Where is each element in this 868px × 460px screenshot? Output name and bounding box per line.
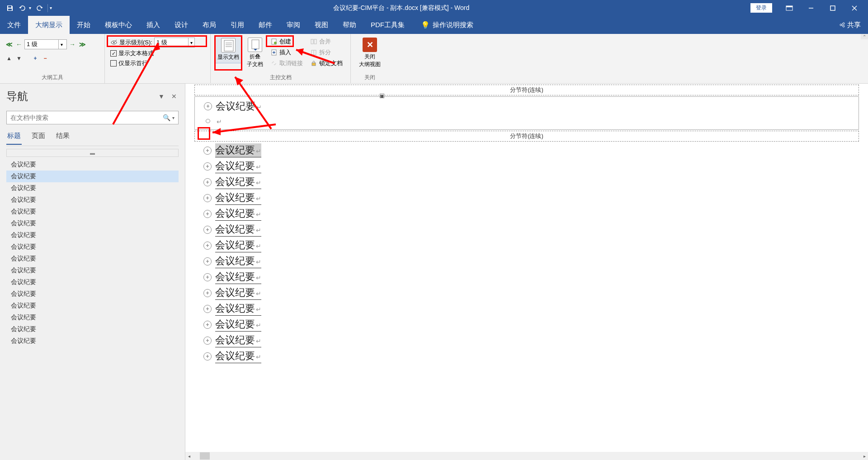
outline-heading[interactable]: 会议纪要 — [215, 254, 261, 268]
tab-file[interactable]: 文件 — [0, 16, 28, 34]
create-button[interactable]: 创建 — [269, 37, 305, 47]
collapse-ribbon-icon[interactable]: ⌃ — [861, 34, 868, 39]
nav-item[interactable]: 会议纪要 — [6, 253, 179, 265]
outline-expand-icon[interactable]: + — [203, 194, 212, 202]
expand-icon[interactable]: + — [32, 55, 39, 62]
tab-review[interactable]: 审阅 — [279, 16, 307, 34]
outline-level-select[interactable]: 1 级 ▾ — [24, 39, 67, 49]
nav-item[interactable]: 会议纪要 — [6, 182, 179, 194]
nav-item[interactable]: 会议纪要 — [6, 229, 179, 241]
tab-template[interactable]: 模板中心 — [98, 16, 139, 34]
outline-heading[interactable]: 会议纪要 — [215, 302, 261, 316]
outline-heading[interactable]: 会议纪要 — [215, 286, 261, 300]
undo-icon[interactable] — [18, 4, 27, 13]
collapse-icon[interactable]: − — [42, 55, 49, 62]
dropdown-icon[interactable]: ▾ — [188, 38, 194, 47]
outline-expand-icon[interactable]: + — [203, 242, 212, 250]
navigation-search[interactable]: 🔍▾ — [6, 111, 179, 124]
move-up-icon[interactable]: ▲ — [5, 55, 13, 62]
outline-expand-icon[interactable]: + — [203, 210, 212, 218]
nav-item[interactable]: 会议纪要 — [6, 206, 179, 218]
outline-heading[interactable]: 会议纪要 — [215, 238, 261, 252]
outline-expand-icon[interactable]: + — [203, 337, 212, 345]
minimize-icon[interactable] — [801, 2, 821, 14]
outline-expand-icon[interactable]: + — [203, 289, 212, 297]
dropdown-icon[interactable]: ▾ — [58, 40, 65, 49]
promote-to-heading1-icon[interactable]: ≪ — [5, 40, 14, 49]
nav-item[interactable]: 会议纪要 — [6, 323, 179, 335]
outline-expand-icon[interactable]: + — [203, 162, 212, 171]
outline-expand-icon[interactable]: + — [203, 257, 212, 266]
merge-button[interactable]: 合并 — [308, 37, 344, 47]
login-button[interactable]: 登录 — [750, 3, 772, 13]
show-level-select[interactable]: 1 级 ▾ — [154, 38, 195, 47]
tab-outlining[interactable]: 大纲显示 — [28, 16, 70, 34]
outline-heading[interactable]: 会议纪要 — [215, 159, 261, 173]
outline-expand-icon[interactable]: + — [203, 226, 212, 234]
show-document-button[interactable]: 显示文档 — [214, 36, 242, 63]
outline-expand-icon[interactable]: + — [203, 273, 212, 281]
maximize-icon[interactable] — [823, 2, 843, 14]
outline-heading[interactable]: 会议纪要 — [215, 349, 261, 363]
split-button[interactable]: 拆分 — [308, 47, 344, 57]
demote-to-body-icon[interactable]: ≫ — [78, 40, 87, 49]
nav-item[interactable]: 会议纪要 — [6, 159, 179, 171]
tab-layout[interactable]: 布局 — [195, 16, 223, 34]
scroll-right-icon[interactable]: ▸ — [861, 452, 868, 460]
nav-tab-pages[interactable]: 页面 — [31, 130, 46, 145]
show-first-line-only-checkbox[interactable]: 仅显示首行 — [108, 58, 207, 68]
outline-heading[interactable]: 会议纪要 — [215, 207, 261, 221]
outline-expand-icon[interactable]: + — [203, 147, 212, 155]
outline-expand-icon[interactable]: + — [204, 102, 212, 110]
outline-heading[interactable]: 会议纪要 — [215, 175, 261, 189]
nav-item[interactable]: 会议纪要 — [6, 312, 179, 323]
save-icon[interactable] — [5, 4, 14, 13]
outline-heading[interactable]: 会议纪要 — [216, 100, 262, 113]
nav-item[interactable]: 会议纪要 — [6, 218, 179, 229]
nav-item[interactable]: 会议纪要 — [6, 241, 179, 253]
nav-dropdown-icon[interactable]: ▼ — [157, 92, 166, 101]
tab-pdf[interactable]: PDF工具集 — [363, 16, 412, 34]
tab-design[interactable]: 设计 — [167, 16, 195, 34]
outline-expand-icon[interactable]: + — [203, 321, 212, 329]
collapse-subdocuments-button[interactable]: 折叠 子文档 — [244, 36, 266, 70]
document-area[interactable]: 分节符(连续) ▦ + 会议纪要 ○ 分节符(连续) + 会议纪要 +会议纪要 … — [185, 84, 868, 460]
tab-references[interactable]: 引用 — [223, 16, 251, 34]
search-icon[interactable]: 🔍▾ — [159, 114, 178, 121]
outline-expand-icon[interactable]: + — [203, 178, 212, 186]
share-button[interactable]: 共享 — [839, 16, 861, 34]
horizontal-scrollbar[interactable]: ◂ ▸ — [185, 452, 868, 460]
nav-item[interactable]: 会议纪要 — [6, 276, 179, 288]
tab-home[interactable]: 开始 — [70, 16, 98, 34]
outline-heading[interactable]: 会议纪要 — [215, 191, 261, 205]
nav-tab-results[interactable]: 结果 — [55, 130, 71, 145]
unlink-button[interactable]: 取消链接 — [269, 58, 305, 68]
outline-heading[interactable]: 会议纪要 — [215, 318, 261, 332]
nav-item[interactable]: 会议纪要 — [6, 288, 179, 300]
nav-close-icon[interactable]: ✕ — [170, 92, 179, 101]
tab-mailings[interactable]: 邮件 — [251, 16, 279, 34]
subdocument-marker-icon[interactable]: ▦ — [380, 94, 384, 98]
redo-icon[interactable] — [35, 4, 44, 13]
show-text-formatting-checkbox[interactable]: ✓ 显示文本格式 — [108, 48, 207, 58]
nav-item[interactable]: 会议纪要 — [6, 265, 179, 276]
move-down-icon[interactable]: ▼ — [15, 55, 23, 62]
promote-icon[interactable]: ← — [14, 40, 24, 49]
tab-help[interactable]: 帮助 — [335, 16, 363, 34]
navigation-search-input[interactable] — [7, 114, 159, 121]
close-window-icon[interactable] — [844, 2, 864, 14]
nav-item[interactable]: 会议纪要 — [6, 194, 179, 206]
outline-heading[interactable] — [216, 115, 222, 127]
close-outline-view-button[interactable]: ✕ 关闭 大纲视图 — [356, 36, 383, 70]
outline-heading[interactable]: 会议纪要 — [215, 143, 261, 157]
outline-heading[interactable]: 会议纪要 — [215, 223, 261, 237]
nav-item[interactable]: 会议纪要 — [6, 335, 179, 347]
nav-list-collapse-handle[interactable]: ▬ — [6, 149, 179, 157]
ribbon-display-options-icon[interactable] — [779, 2, 799, 14]
tab-view[interactable]: 视图 — [307, 16, 335, 34]
nav-item[interactable]: 会议纪要 — [6, 171, 179, 182]
tell-me-search[interactable]: 💡 操作说明搜索 — [412, 16, 473, 34]
scroll-left-icon[interactable]: ◂ — [185, 452, 193, 460]
outline-heading[interactable]: 会议纪要 — [215, 270, 261, 284]
demote-icon[interactable]: → — [68, 40, 77, 49]
